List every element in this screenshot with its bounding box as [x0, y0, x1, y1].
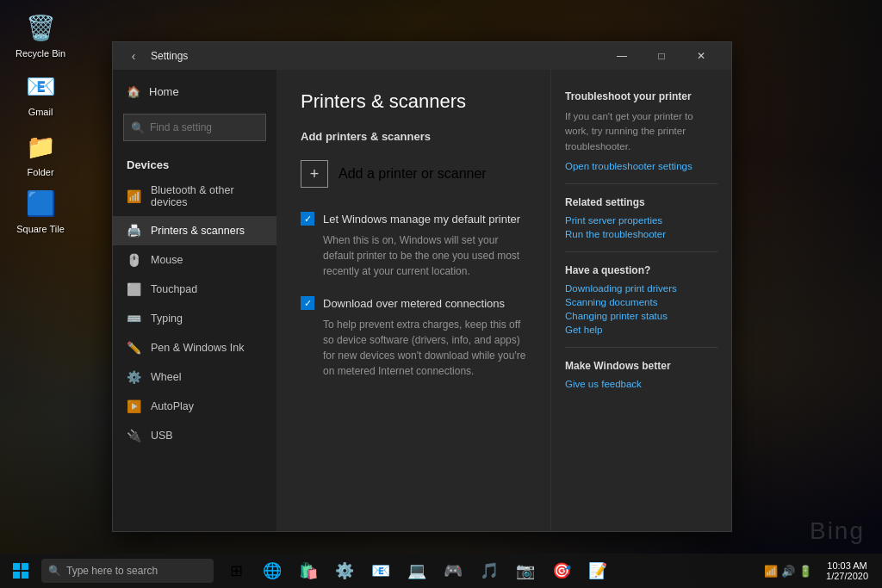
default-printer-checkbox[interactable]: ✓ [301, 212, 314, 226]
maximize-button[interactable]: □ [642, 42, 681, 70]
gmail-label: Gmail [28, 107, 53, 117]
sidebar-item-usb-label: USB [151, 430, 173, 442]
changing-status-link[interactable]: Changing printer status [565, 311, 717, 321]
svg-rect-2 [13, 572, 20, 579]
print-server-link[interactable]: Print server properties [565, 215, 717, 226]
taskbar-xbox[interactable]: 🎮 [438, 554, 469, 588]
question-title: Have a question? [565, 264, 717, 276]
desktop-icon-gmail[interactable]: 📧 Gmail [10, 69, 71, 117]
window-controls: — □ ✕ [602, 42, 721, 70]
scanning-docs-link[interactable]: Scanning documents [565, 297, 717, 307]
sidebar-item-touchpad[interactable]: ⬜ Touchpad [113, 275, 276, 304]
sidebar-item-typing[interactable]: ⌨️ Typing [113, 304, 276, 333]
sidebar-item-home[interactable]: 🏠 Home [113, 77, 276, 107]
taskbar-search-icon: 🔍 [48, 565, 61, 577]
touchpad-icon: ⬜ [127, 282, 140, 296]
metered-checkbox[interactable]: ✓ [301, 296, 314, 310]
clock-time: 10:03 AM [827, 560, 866, 571]
taskbar-extra1[interactable]: 🎯 [546, 554, 577, 588]
taskbar-clock[interactable]: 10:03 AM 1/27/2020 [819, 560, 875, 581]
sidebar-item-mouse-label: Mouse [151, 254, 183, 266]
related-settings-title: Related settings [565, 196, 717, 208]
sidebar-item-printers[interactable]: 🖨️ Printers & scanners [113, 216, 276, 245]
sidebar-search[interactable]: 🔍 [123, 114, 266, 141]
desktop-icon-recycle-bin[interactable]: 🗑️ Recycle Bin [10, 10, 71, 59]
give-feedback-link[interactable]: Give us feedback [565, 379, 717, 389]
make-better-title: Make Windows better [565, 360, 717, 372]
title-bar: ‹ Settings — □ ✕ [113, 42, 731, 70]
setting-metered: ✓ Download over metered connections To h… [301, 296, 526, 379]
checkbox-row-default: ✓ Let Windows manage my default printer [301, 212, 526, 226]
window-body: 🏠 Home 🔍 Devices 📶 Bluetooth & other dev… [113, 70, 731, 531]
taskbar-mail[interactable]: 📧 [365, 554, 396, 588]
sidebar-item-pen[interactable]: ✏️ Pen & Windows Ink [113, 333, 276, 362]
sidebar-item-touchpad-label: Touchpad [151, 283, 197, 295]
taskbar-edge[interactable]: 🌐 [257, 554, 288, 588]
taskbar-pinned-icons: ⊞ 🌐 🛍️ ⚙️ 📧 💻 🎮 🎵 📷 🎯 📝 [214, 554, 620, 588]
right-panel: Troubleshoot your printer If you can't g… [550, 70, 731, 531]
desktop-icon-tile[interactable]: 🟦 Square Tile [10, 186, 71, 234]
checkmark-icon-2: ✓ [304, 298, 312, 309]
sidebar-item-pen-label: Pen & Windows Ink [151, 342, 244, 354]
open-troubleshooter-link[interactable]: Open troubleshooter settings [565, 161, 717, 171]
taskbar-terminal[interactable]: 💻 [401, 554, 432, 588]
battery-icon[interactable]: 🔋 [798, 565, 812, 578]
start-button[interactable] [0, 554, 41, 588]
sidebar-item-autoplay[interactable]: ▶️ AutoPlay [113, 392, 276, 421]
taskbar-search-text: Type here to search [66, 565, 158, 577]
pen-icon: ✏️ [127, 341, 140, 355]
search-input[interactable] [150, 121, 258, 133]
taskbar-word[interactable]: 📝 [582, 554, 613, 588]
taskbar-system-tray: 📶 🔊 🔋 [761, 565, 816, 578]
autoplay-icon: ▶️ [127, 399, 140, 413]
network-icon[interactable]: 📶 [764, 565, 778, 578]
settings-window: ‹ Settings — □ ✕ 🏠 Home 🔍 Devices [112, 41, 732, 532]
minimize-button[interactable]: — [602, 42, 642, 70]
get-help-link[interactable]: Get help [565, 325, 717, 335]
add-plus-icon: + [301, 160, 328, 188]
add-printer-button[interactable]: + Add a printer or scanner [301, 153, 526, 195]
taskbar-task-view[interactable]: ⊞ [220, 554, 252, 588]
gmail-icon: 📧 [23, 69, 58, 103]
bing-watermark: Bing [810, 517, 865, 545]
sidebar: 🏠 Home 🔍 Devices 📶 Bluetooth & other dev… [113, 70, 276, 531]
sidebar-item-autoplay-label: AutoPlay [151, 400, 194, 412]
svg-rect-0 [13, 563, 20, 570]
volume-icon[interactable]: 🔊 [781, 565, 795, 578]
sidebar-item-mouse[interactable]: 🖱️ Mouse [113, 245, 276, 275]
svg-rect-3 [22, 572, 28, 579]
setting-default-printer: ✓ Let Windows manage my default printer … [301, 212, 526, 279]
close-button[interactable]: ✕ [681, 42, 721, 70]
taskbar-groove[interactable]: 🎵 [474, 554, 505, 588]
home-label: Home [149, 85, 179, 98]
metered-label: Download over metered connections [323, 297, 505, 310]
troubleshoot-title: Troubleshoot your printer [565, 90, 717, 102]
taskbar-store[interactable]: 🛍️ [293, 554, 324, 588]
downloading-drivers-link[interactable]: Downloading print drivers [565, 283, 717, 294]
add-printer-label: Add a printer or scanner [339, 166, 487, 182]
taskbar-search[interactable]: 🔍 Type here to search [41, 559, 214, 583]
folder-icon: 📁 [23, 129, 58, 164]
add-section-title: Add printers & scanners [301, 130, 526, 143]
run-troubleshooter-link[interactable]: Run the troubleshooter [565, 229, 717, 239]
taskbar-photos[interactable]: 📷 [510, 554, 541, 588]
taskbar-right-area: 📶 🔊 🔋 10:03 AM 1/27/2020 [761, 560, 882, 581]
bluetooth-icon: 📶 [127, 189, 140, 203]
taskbar-settings-app[interactable]: ⚙️ [329, 554, 360, 588]
back-button[interactable]: ‹ [123, 46, 144, 66]
tile-icon: 🟦 [23, 186, 58, 220]
sidebar-item-bluetooth-label: Bluetooth & other devices [151, 184, 263, 208]
default-printer-description: When this is on, Windows will set your d… [301, 232, 526, 279]
metered-description: To help prevent extra charges, keep this… [301, 317, 526, 379]
sidebar-item-bluetooth[interactable]: 📶 Bluetooth & other devices [113, 176, 276, 216]
mouse-icon: 🖱️ [127, 253, 140, 267]
sidebar-item-usb[interactable]: 🔌 USB [113, 421, 276, 450]
desktop-icon-folder[interactable]: 📁 Folder [10, 129, 71, 177]
sidebar-section-devices: Devices [113, 148, 276, 176]
printers-icon: 🖨️ [127, 224, 140, 238]
taskbar: 🔍 Type here to search ⊞ 🌐 🛍️ ⚙️ 📧 💻 🎮 🎵 … [0, 554, 882, 588]
tile-label: Square Tile [16, 224, 65, 234]
default-printer-label: Let Windows manage my default printer [323, 213, 520, 226]
search-icon: 🔍 [131, 121, 145, 134]
sidebar-item-wheel[interactable]: ⚙️ Wheel [113, 362, 276, 392]
